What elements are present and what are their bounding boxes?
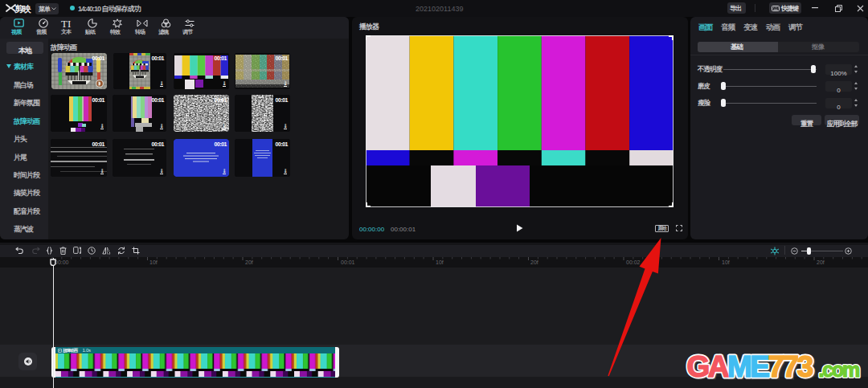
svg-text:GAME773: GAME773: [687, 350, 813, 383]
svg-text:.com: .com: [819, 358, 860, 381]
